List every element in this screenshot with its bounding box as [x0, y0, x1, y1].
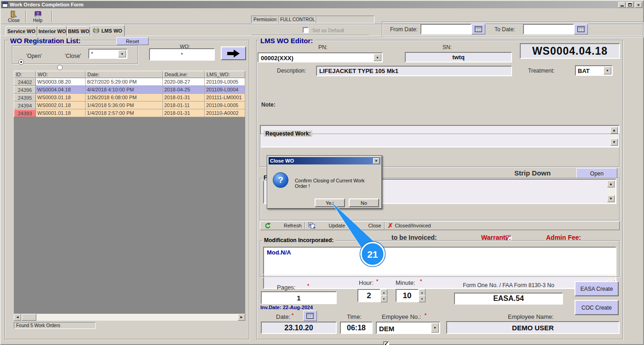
- time-field[interactable]: 06:18: [340, 322, 373, 334]
- hour-up-button[interactable]: ▲: [380, 289, 387, 296]
- sn-field[interactable]: twtq: [405, 52, 512, 62]
- scroll-left-button[interactable]: ◄: [14, 314, 21, 321]
- col-header-date[interactable]: Date:: [86, 71, 163, 78]
- cell-date: 4/4/2018 4:10:00 PM: [86, 86, 163, 94]
- cell-wo: WS0003.08.20: [36, 78, 86, 86]
- employee-no-dropdown-button[interactable]: ▼: [431, 323, 439, 333]
- update-copy-icon: B: [308, 222, 316, 229]
- close-icon: ×: [375, 158, 377, 163]
- date-calendar-button[interactable]: [303, 311, 317, 321]
- tab-bms-wo[interactable]: BMS WO: [67, 26, 90, 36]
- dialog-message: Confirm Closing of Current Work Order !: [295, 178, 378, 189]
- dialog-close-button[interactable]: ×: [373, 158, 380, 164]
- radio-open[interactable]: [18, 59, 24, 65]
- toolbar-separator: [25, 11, 26, 23]
- scroll-up-button[interactable]: ▲: [610, 127, 618, 134]
- table-row[interactable]: 24393WS0001.01.181/4/2018 2:57:00 PM2018…: [14, 109, 245, 117]
- tab-bms-label: BMS WO: [68, 28, 89, 34]
- minimize-icon: [621, 4, 624, 6]
- treatment-dropdown-button[interactable]: ▼: [604, 67, 611, 74]
- update-button[interactable]: B Update: [308, 222, 345, 229]
- from-date-input[interactable]: [420, 24, 472, 34]
- table-row[interactable]: 24394WS0002.01.181/4/2018 5:36:00 PM2018…: [14, 102, 245, 109]
- close-wo-label: Close: [368, 223, 381, 228]
- minute-up-button[interactable]: ▲: [419, 289, 426, 296]
- description-label: Description:: [277, 68, 306, 74]
- modification-textarea[interactable]: Mod.N/A: [263, 247, 616, 275]
- cell-wo: WS0003.01.18: [36, 94, 86, 102]
- arrow-right-icon: [227, 50, 240, 57]
- minute-required-mark: *: [420, 278, 422, 284]
- set-default-label: :Set as Default: [311, 28, 344, 33]
- minimize-button[interactable]: [618, 2, 626, 8]
- table-row[interactable]: 24396WS0004.04.184/4/2018 4:10:00 PM2018…: [14, 86, 245, 94]
- table-row[interactable]: 24402WS0003.08.208/27/2020 5:29:00 PM202…: [14, 78, 245, 86]
- work-orders-window: Work Orders Completion Form × Close ? He…: [0, 0, 644, 345]
- tab-lms-wo[interactable]: LMS WO: [91, 25, 125, 36]
- description-field[interactable]: LIFEJACKET TYPE 105 Mk1: [316, 66, 512, 76]
- minute-down-button[interactable]: ▼: [419, 295, 426, 302]
- wo-filter-dropdown[interactable]: * ▼: [88, 49, 127, 59]
- close-window-button[interactable]: ×: [635, 2, 642, 8]
- wo-table-hscrollbar[interactable]: ◄ ►: [14, 314, 245, 321]
- pn-dropdown[interactable]: 00002(XXX) ▼: [258, 52, 383, 62]
- yes-button[interactable]: Yes: [315, 198, 345, 207]
- col-header-wo[interactable]: WO:: [36, 71, 86, 78]
- form-one-field[interactable]: EASA.54: [454, 293, 563, 305]
- help-button[interactable]: ? Help: [28, 10, 48, 23]
- hour-field[interactable]: 2: [357, 289, 380, 302]
- close-wo-button[interactable]: ✓ Close: [351, 222, 381, 229]
- reset-label: Reset: [126, 39, 139, 44]
- tab-interior-label: Interior WO: [39, 28, 66, 34]
- cell-deadline: 2018-04-25: [163, 86, 205, 94]
- col-header-lmswo[interactable]: LMS_WO:: [205, 71, 245, 78]
- radio-close[interactable]: [57, 65, 63, 70]
- wo-filter-dropdown-button[interactable]: ▼: [118, 50, 126, 57]
- strip-down-label: Strip Down: [514, 169, 551, 177]
- cell-wo: WS0002.01.18: [36, 102, 86, 109]
- pages-field[interactable]: 1: [261, 291, 337, 304]
- status-bar: Found 5 Work Orders: [14, 322, 96, 329]
- to-be-invoiced-checkbox[interactable]: ✓: [383, 341, 389, 345]
- search-go-button[interactable]: [221, 46, 246, 60]
- arrow-up-icon: ▲: [612, 129, 616, 132]
- restore-button[interactable]: [626, 2, 633, 8]
- close-form-button[interactable]: Close: [4, 10, 24, 23]
- reset-button[interactable]: Reset: [116, 37, 149, 45]
- open-button-label: Open: [590, 170, 604, 177]
- open-button[interactable]: Open: [576, 168, 617, 179]
- easa-create-button[interactable]: EASA Create: [575, 281, 619, 296]
- tab-interior-wo[interactable]: Interior WO: [38, 26, 67, 36]
- wo-table-body: 24402WS0003.08.208/27/2020 5:29:00 PM202…: [14, 78, 245, 117]
- yes-label: Yes: [326, 200, 334, 206]
- closed-invoiced-button[interactable]: ✗ Closed/Invoiced: [388, 222, 431, 229]
- pn-dropdown-button[interactable]: ▼: [374, 54, 381, 61]
- cell-lms: 201109-L0004: [205, 86, 245, 94]
- calendar-icon: [475, 26, 482, 32]
- inv-date-label: Inv.Date: 22-Aug-2024: [260, 305, 313, 310]
- table-row[interactable]: 24395WS0003.01.181/26/2018 6:08:00 PM201…: [14, 94, 245, 102]
- dialog-title-bar[interactable]: Close WO ×: [269, 157, 380, 164]
- hour-down-button[interactable]: ▼: [380, 295, 387, 302]
- col-header-id[interactable]: ID:: [14, 71, 36, 78]
- wo-number-display: WS0004.04.18: [520, 43, 620, 59]
- employee-no-dropdown[interactable]: DEM ▼: [376, 322, 440, 334]
- hscroll-thumb[interactable]: [22, 314, 36, 321]
- no-button[interactable]: No: [349, 198, 379, 207]
- form-one-label: Form One No. / FAA Form 8130-3 No: [454, 282, 563, 288]
- to-date-calendar-button[interactable]: [574, 24, 588, 34]
- to-date-input[interactable]: [523, 24, 574, 34]
- coc-create-button[interactable]: COC Create: [575, 300, 619, 315]
- date-field[interactable]: 23.10.20: [261, 322, 337, 334]
- title-bar: Work Orders Completion Form: [1, 1, 643, 8]
- from-date-calendar-button[interactable]: [472, 24, 485, 34]
- col-header-deadline[interactable]: DeadLine:: [163, 71, 205, 78]
- treatment-dropdown[interactable]: BAT ▼: [575, 65, 613, 76]
- wo-search-input[interactable]: *: [149, 48, 215, 61]
- minute-field[interactable]: 10: [396, 289, 419, 302]
- tab-service-wo[interactable]: Service WO: [6, 26, 37, 36]
- wo-table-empty-area: [14, 117, 245, 314]
- cell-date: 1/4/2018 5:36:00 PM: [86, 102, 163, 109]
- refresh-button[interactable]: Refresh: [264, 222, 302, 229]
- scroll-right-button[interactable]: ►: [238, 314, 245, 321]
